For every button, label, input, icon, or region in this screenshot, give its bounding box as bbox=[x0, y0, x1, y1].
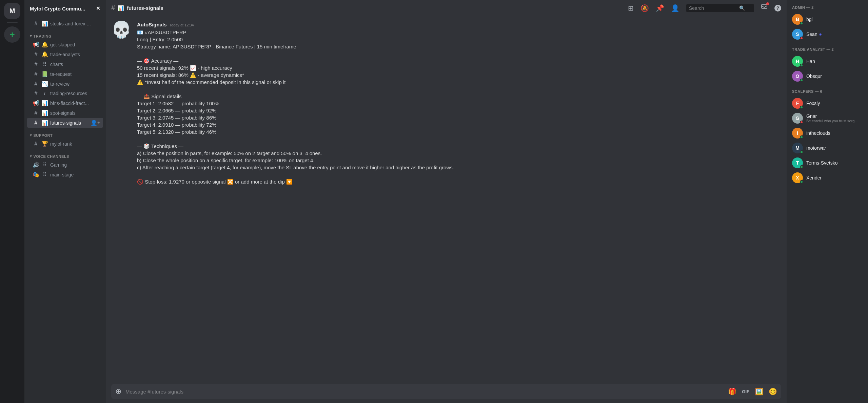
message-header: AutoSignals Today at 12:34 bbox=[137, 22, 781, 27]
member-name-intheclouds: intheclouds bbox=[806, 130, 863, 136]
channel-label: spot-signals bbox=[50, 110, 76, 116]
member-avatar-intheclouds: I bbox=[792, 128, 803, 139]
message-content: AutoSignals Today at 12:34 📧 #API3USDTPE… bbox=[137, 22, 781, 185]
chevron-icon: ▾ bbox=[30, 34, 32, 38]
member-avatar-foxsly: F bbox=[792, 98, 803, 109]
channel-item-charts[interactable]: # ⠿ charts bbox=[27, 59, 103, 69]
channel-item-ta-review[interactable]: # 📉 ta-review bbox=[27, 79, 103, 89]
channel-item-mylol-rank[interactable]: # 🏆 mylol-rank bbox=[27, 139, 103, 149]
server-header[interactable]: Mylol Crypto Commu... ✕ bbox=[24, 0, 106, 17]
top-bar-icons: ⊞ 🔕 📌 👤 🔍 ? bbox=[628, 4, 781, 12]
member-obsqur[interactable]: O Obsqur bbox=[789, 69, 865, 83]
bottom-bar: ⊕ 🎁 GIF 🖼️ 😊 bbox=[106, 380, 787, 403]
search-input[interactable] bbox=[689, 5, 736, 11]
pin-icon[interactable]: 📌 bbox=[656, 4, 664, 12]
inbox-icon[interactable] bbox=[761, 4, 768, 12]
category-voice: ▾ VOICE CHANNELS bbox=[24, 149, 106, 160]
member-avatar-han: H bbox=[792, 56, 803, 67]
channel-label: futures-signals bbox=[50, 120, 81, 126]
channel-item-futures-signals[interactable]: # 📊 futures-signals 👤+ bbox=[27, 118, 103, 128]
member-avatar-obsqur: O bbox=[792, 71, 803, 82]
channel-label: stocks-and-forex-... bbox=[50, 21, 91, 26]
hash-icon: # bbox=[33, 81, 39, 87]
channel-item-ta-request[interactable]: # 📗 ta-request bbox=[27, 69, 103, 79]
member-sean[interactable]: S Sean ◈ bbox=[789, 27, 865, 41]
trophy-emoji: 🏆 bbox=[41, 141, 48, 147]
member-xender[interactable]: X Xender bbox=[789, 171, 865, 185]
member-terms-svetsko[interactable]: T Terms-Svetsko bbox=[789, 156, 865, 170]
admin-section-title: ADMIN — 2 bbox=[789, 5, 865, 9]
status-dot-online bbox=[800, 180, 803, 184]
member-gnar[interactable]: G Gnar Be careful who you trust serg... bbox=[789, 111, 865, 125]
search-bar[interactable]: 🔍 bbox=[686, 4, 754, 12]
message-input-box[interactable]: ⊕ 🎁 GIF 🖼️ 😊 bbox=[111, 384, 781, 399]
status-dot-online bbox=[800, 150, 803, 154]
channel-item-trade-analysts[interactable]: # 🔔 trade-analysts bbox=[27, 49, 103, 59]
speaker-icon: 📢 bbox=[33, 100, 39, 106]
member-avatar-gnar: G bbox=[792, 113, 803, 124]
gif-icon[interactable]: GIF bbox=[742, 389, 749, 394]
plus-icon[interactable]: ⊕ bbox=[115, 387, 121, 396]
scalpers-section-title: SCALPERS — 6 bbox=[789, 89, 865, 93]
channel-item-gaming[interactable]: 🔊 ⠿ Gaming bbox=[27, 160, 103, 170]
member-info-gnar: Gnar Be careful who you trust serg... bbox=[806, 113, 863, 123]
search-icon: 🔍 bbox=[739, 5, 745, 11]
member-name-bgl: bgl bbox=[806, 17, 863, 22]
member-han[interactable]: H Han bbox=[789, 54, 865, 68]
channel-item-trading-resources[interactable]: # i trading-resources bbox=[27, 89, 103, 98]
chart-emoji: 📊 bbox=[41, 110, 48, 116]
member-info-terms-svetsko: Terms-Svetsko bbox=[806, 160, 863, 166]
member-avatar-sean: S bbox=[792, 29, 803, 40]
member-info-foxsly: Foxsly bbox=[806, 101, 863, 106]
status-dot-online bbox=[800, 22, 803, 25]
member-name-obsqur: Obsqur bbox=[806, 73, 863, 79]
bell-mute-icon[interactable]: 🔕 bbox=[640, 4, 649, 12]
channel-label: trading-resources bbox=[50, 91, 87, 96]
stage-icon: 🎭 bbox=[33, 171, 39, 178]
member-name-xender: Xender bbox=[806, 175, 863, 181]
status-dot-dnd bbox=[800, 121, 803, 124]
member-motorwar[interactable]: M motorwar bbox=[789, 141, 865, 155]
message-input[interactable] bbox=[125, 389, 728, 395]
server-icon[interactable]: M bbox=[4, 3, 20, 19]
chart-emoji: 📊 bbox=[41, 100, 48, 106]
hashtag-icon[interactable]: ⊞ bbox=[628, 4, 634, 12]
category-support: ▾ SUPPORT bbox=[24, 128, 106, 139]
speaker-icon: 📢 bbox=[33, 41, 39, 48]
chart-down-emoji: 📉 bbox=[41, 81, 48, 87]
hash-icon: # bbox=[33, 21, 39, 27]
channel-label: Gaming bbox=[50, 162, 67, 168]
channel-item-bfr[interactable]: 📢 📊 bfr's-flaccid-fract... bbox=[27, 98, 103, 108]
members-icon[interactable]: 👤 bbox=[671, 4, 679, 12]
server-name: Mylol Crypto Commu... bbox=[30, 6, 85, 12]
message-time: Today at 12:34 bbox=[170, 23, 194, 27]
channel-item-get-slapped[interactable]: 📢 🔔 get-slapped bbox=[27, 40, 103, 49]
member-name-han: Han bbox=[806, 59, 863, 64]
bell-icon: 🔔 bbox=[41, 41, 48, 48]
member-intheclouds[interactable]: I intheclouds bbox=[789, 126, 865, 140]
speaker-icon: 🔊 bbox=[33, 162, 39, 168]
server-sidebar: M + bbox=[0, 0, 24, 403]
member-bgl[interactable]: B bgl bbox=[789, 12, 865, 26]
member-info-intheclouds: intheclouds bbox=[806, 130, 863, 136]
members-panel: ADMIN — 2 B bgl S Sean ◈ TRADE ANALYST —… bbox=[787, 0, 868, 403]
messages-area: 💀 AutoSignals Today at 12:34 📧 #API3USDT… bbox=[106, 16, 787, 380]
sticker-icon[interactable]: 🖼️ bbox=[755, 387, 763, 396]
status-dot-online bbox=[800, 64, 803, 67]
channel-item-stocks[interactable]: # 📊 stocks-and-forex-... bbox=[27, 19, 103, 28]
hash-icon: # bbox=[33, 90, 39, 97]
channel-item-main-stage[interactable]: 🎭 ⠿ main-stage bbox=[27, 170, 103, 179]
add-server-button[interactable]: + bbox=[4, 26, 20, 43]
channel-label: mylol-rank bbox=[50, 141, 72, 147]
emoji-icon[interactable]: 😊 bbox=[769, 387, 777, 396]
message-group: 💀 AutoSignals Today at 12:34 📧 #API3USDT… bbox=[111, 22, 781, 185]
help-icon[interactable]: ? bbox=[774, 5, 781, 12]
channel-item-spot-signals[interactable]: # 📊 spot-signals bbox=[27, 108, 103, 118]
gift-icon[interactable]: 🎁 bbox=[728, 387, 736, 396]
chevron-icon: ▾ bbox=[30, 154, 32, 158]
member-foxsly[interactable]: F Foxsly bbox=[789, 96, 865, 110]
hash-icon: # bbox=[33, 120, 39, 126]
add-member-icon[interactable]: 👤+ bbox=[91, 120, 100, 126]
hash-icon: # bbox=[33, 51, 39, 58]
member-name-motorwar: motorwar bbox=[806, 145, 863, 151]
